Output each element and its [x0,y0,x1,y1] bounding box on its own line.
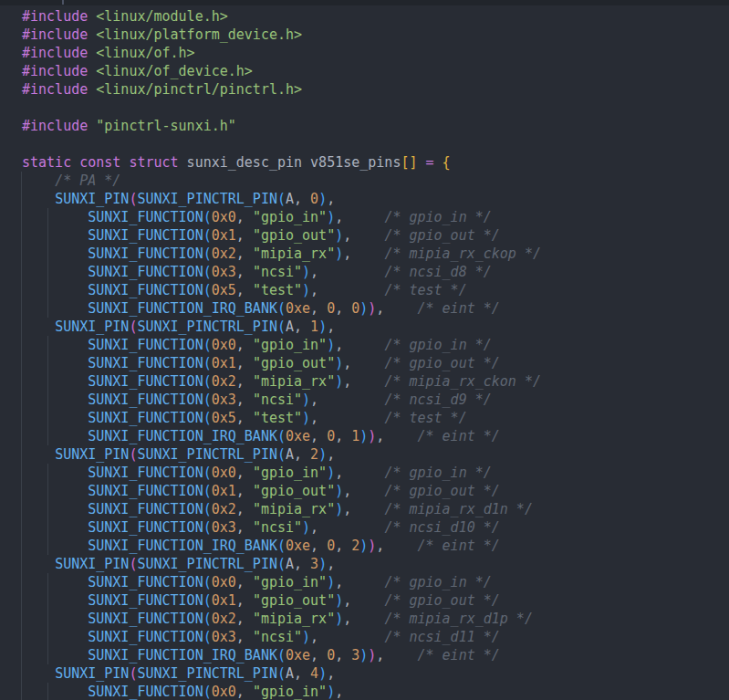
code-token-b3: ( [277,647,286,663]
code-token-kw: #include [22,118,96,134]
code-token-id [22,501,88,517]
code-token-id: , [236,227,253,244]
code-token-str: "test" [253,410,302,426]
code-token-id: , [327,665,335,682]
code-token-b3: ( [277,538,286,554]
code-token-str: "ncsi" [253,629,302,645]
code-token-b3: ) [318,319,327,335]
code-token-str: "gpio_out" [253,227,335,244]
code-token-num: 0 [327,428,335,444]
code-token-b3: ) [335,373,343,390]
code-line: SUNXI_FUNCTION(0x2, "mipia_rx"), /* mipi… [22,245,541,263]
code-token-b3: ) [302,629,310,645]
code-token-id [318,629,384,645]
code-token-id: , [335,684,343,700]
code-token-fn: SUNXI_FUNCTION [88,227,203,244]
code-token-id: , [236,246,253,262]
code-token-num: 0x1 [212,227,236,244]
code-token-str: "gpio_out" [253,355,335,371]
code-token-kw: #include [22,8,96,25]
code-token-b3: ( [277,428,286,444]
code-token-fn: SUNXI_FUNCTION [88,282,203,298]
code-token-b3: ) [302,410,310,426]
code-token-fn: SUNXI_FUNCTION [88,574,203,590]
code-token-cmt: /* mipia_rx_ckop */ [384,246,541,262]
code-token-str: "gpio_in" [253,684,327,700]
code-line: #include <linux/of.h> [22,44,541,62]
code-token-num: 4 [310,665,318,682]
code-token-id [22,574,88,590]
code-token-b3: ) [318,191,327,207]
code-line: SUNXI_FUNCTION(0x1, "gpio_out"), /* gpio… [22,591,541,610]
code-token-id: A, [286,319,310,335]
code-token-id: , [335,428,351,444]
code-token-num: 0xe [286,428,310,444]
code-token-fn: SUNXI_FUNCTION [88,629,203,645]
code-line: SUNXI_FUNCTION(0x0, "gpio_in"), /* gpio_… [22,208,541,226]
code-token-id [318,519,384,536]
code-token-b3: ( [277,300,286,317]
code-token-kw: static const struct [22,154,179,171]
code-token-id [22,629,88,645]
code-token-num: 0x1 [212,483,236,499]
code-token-b3: ( [203,246,212,262]
code-token-id: , [310,392,318,408]
code-token-id [22,191,55,207]
code-token-id: , [335,300,351,317]
code-token-b3: ( [203,629,212,645]
code-token-num: 0xe [286,647,310,663]
code-token-id [22,355,88,371]
code-token-str: "ncsi" [253,519,302,536]
code-token-fn: SUNXI_PIN [55,665,129,682]
code-token-num: 0x0 [212,574,236,590]
code-token-num: 0x5 [212,410,236,426]
code-token-fn: SUNXI_FUNCTION_IRQ_BANK [88,538,277,554]
code-token-num: 0 [310,191,318,207]
code-line: SUNXI_FUNCTION(0x0, "gpio_in"), [22,683,541,700]
code-token-b3: ( [277,556,286,572]
code-token-b3: ) [335,611,343,627]
code-token-cmt: /* gpio_in */ [384,574,491,590]
code-line: SUNXI_FUNCTION_IRQ_BANK(0xe, 0, 3)), /* … [22,646,541,664]
code-token-kw: #include [22,63,96,79]
code-token-id: , [236,684,253,700]
code-token-b3: ) [335,592,343,609]
code-token-b3: ) [335,227,343,244]
code-token-num: 2 [351,538,359,554]
code-token-cmt: /* eint */ [418,428,500,444]
code-token-id: , [236,209,253,225]
code-token-b2: ) [368,647,376,663]
code-token-str: "mipia_rx" [253,501,335,517]
code-token-num: 0x3 [212,519,236,536]
code-token-id [434,154,443,171]
code-line: SUNXI_FUNCTION(0x5, "test"), /* test */ [22,281,541,299]
code-token-fn: SUNXI_PIN [55,556,129,572]
code-token-id [22,538,88,554]
code-token-kw: #include [22,45,96,61]
code-token-fn: SUNXI_FUNCTION [88,465,203,481]
code-line: SUNXI_PIN(SUNXI_PINCTRL_PIN(A, 4), [22,664,541,683]
code-token-cmt: /* gpio_in */ [384,465,491,481]
code-token-id [22,684,88,700]
code-line: SUNXI_FUNCTION_IRQ_BANK(0xe, 0, 1)), /* … [22,427,541,445]
code-token-id: , [310,647,327,663]
code-token-id: , [310,519,318,536]
code-token-str: "test" [253,282,302,298]
code-token-id [22,373,88,390]
code-token-num: 0xe [286,300,310,317]
code-token-b3: ( [203,337,212,353]
code-token-str: "mipia_rx" [253,611,335,627]
code-token-id: , [343,592,351,609]
code-token-id: , [236,410,253,426]
code-token-fn: SUNXI_FUNCTION [88,483,203,499]
code-token-fn: SUNXI_PIN [55,446,129,463]
code-token-id: , [236,629,253,645]
code-token-id: , [335,465,343,481]
code-token-fn: SUNXI_PINCTRL_PIN [137,446,277,463]
code-token-b3: ) [359,647,368,663]
code-token-id: , [236,501,253,517]
code-token-b2: ) [368,428,376,444]
code-token-fn: SUNXI_PINCTRL_PIN [137,665,277,682]
code-editor[interactable]: #include <linux/module.h>#include <linux… [0,0,729,700]
code-token-cmt: /* gpio_out */ [384,355,499,371]
